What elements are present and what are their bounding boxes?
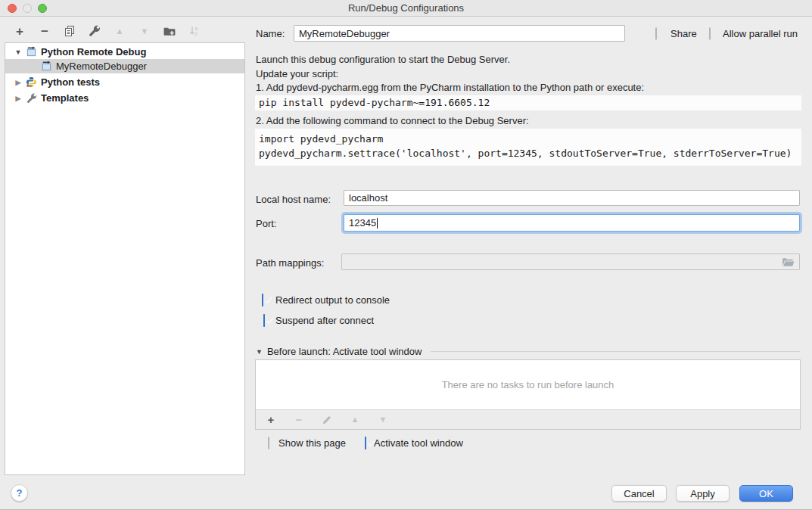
suspend-after-connect-label: Suspend after connect — [275, 315, 374, 326]
ok-button[interactable]: OK — [739, 485, 793, 502]
sort-configurations-button[interactable]: a z — [187, 23, 202, 39]
before-launch-title: Before launch: Activate tool window — [267, 346, 422, 357]
chevron-down-icon[interactable]: ▼ — [14, 48, 22, 56]
port-input[interactable]: 12345 — [344, 214, 800, 232]
tree-item-python-tests[interactable]: ▶ Python tests — [5, 75, 244, 89]
path-mappings-label: Path mappings: — [256, 257, 324, 269]
chevron-right-icon[interactable]: ▶ — [14, 95, 22, 102]
pip-install-code: pip install pydevd-pycharm~=191.6605.12 — [255, 95, 801, 110]
move-up-button[interactable]: ▲ — [112, 23, 127, 39]
question-mark-icon: ? — [17, 487, 23, 499]
sort-alphabetically-icon: a z — [188, 25, 201, 37]
redirect-output-label: Redirect output to console — [275, 294, 390, 306]
name-label: Name: — [256, 28, 285, 39]
add-configuration-button[interactable]: + — [12, 23, 27, 39]
settrace-code: import pydevd_pycharm pydevd_pycharm.set… — [255, 129, 801, 166]
add-icon: + — [268, 414, 275, 425]
tree-item-label: Templates — [41, 92, 89, 104]
suspend-after-connect-checkbox[interactable] — [263, 314, 265, 327]
new-folder-button[interactable] — [162, 23, 177, 39]
templates-wrench-icon — [26, 92, 37, 104]
instruction-step-2: 2. Add the following command to connect … — [256, 115, 529, 126]
remove-icon: − — [296, 414, 303, 425]
tree-item-templates[interactable]: ▶ Templates — [5, 91, 244, 105]
move-up-icon: ▲ — [116, 27, 124, 36]
window-title: Run/Debug Configurations — [0, 0, 812, 17]
svg-text:a: a — [195, 26, 198, 31]
edit-task-button[interactable] — [319, 412, 334, 428]
task-toolbar: + − ▲ ▼ — [256, 409, 800, 429]
text-caret — [377, 218, 378, 229]
activate-tool-window-label: Activate tool window — [374, 437, 463, 449]
remove-task-button[interactable]: − — [291, 412, 306, 428]
python-tests-icon — [26, 76, 37, 88]
settrace-code-line-2: pydevd_pycharm.settrace('localhost', por… — [259, 147, 801, 161]
add-task-button[interactable]: + — [263, 412, 278, 428]
task-list: There are no tasks to run before launch — [256, 360, 800, 409]
move-task-up-button[interactable]: ▲ — [347, 412, 362, 428]
move-task-down-button[interactable]: ▼ — [375, 412, 390, 428]
run-debug-configurations-dialog: Run/Debug Configurations + − ▲ ▼ — [0, 0, 812, 510]
copy-configuration-button[interactable] — [62, 23, 77, 39]
before-launch-task-panel: There are no tasks to run before launch … — [255, 359, 801, 430]
tree-item-python-remote-debug[interactable]: ▼ Python Remote Debug — [5, 45, 244, 59]
settrace-code-line-1: import pydevd_pycharm — [259, 132, 801, 147]
local-host-name-label: Local host name: — [256, 194, 331, 205]
svg-text:z: z — [195, 31, 198, 36]
activate-tool-window-checkbox[interactable] — [365, 437, 366, 449]
tree-item-label: Python Remote Debug — [41, 46, 146, 58]
remote-debug-icon — [26, 46, 37, 58]
allow-parallel-run-checkbox[interactable] — [709, 27, 711, 40]
instruction-line-2: Update your script: — [256, 68, 338, 79]
section-divider — [431, 351, 800, 352]
chevron-right-icon[interactable]: ▶ — [14, 79, 22, 86]
allow-parallel-run-label: Allow parallel run — [723, 28, 798, 39]
before-launch-header[interactable]: ▼ Before launch: Activate tool window — [256, 346, 800, 357]
browse-folder-icon[interactable] — [782, 257, 795, 268]
help-button[interactable]: ? — [11, 484, 28, 502]
wrench-icon — [89, 25, 101, 37]
instruction-step-1: 1. Add pydevd-pycharm.egg from the PyCha… — [256, 82, 644, 93]
path-mappings-input[interactable] — [341, 253, 800, 270]
share-checkbox[interactable] — [655, 27, 657, 40]
remove-icon: − — [41, 25, 48, 38]
port-label: Port: — [256, 218, 276, 229]
edit-templates-button[interactable] — [87, 23, 102, 39]
add-icon: + — [16, 25, 23, 38]
tree-item-label: Python tests — [41, 76, 100, 88]
redirect-output-checkbox[interactable] — [262, 294, 263, 306]
show-this-page-label: Show this page — [278, 437, 346, 449]
name-input[interactable] — [294, 25, 625, 42]
show-this-page-checkbox[interactable] — [268, 437, 269, 449]
remote-debug-icon — [41, 61, 52, 72]
copy-icon — [64, 25, 76, 37]
apply-button[interactable]: Apply — [676, 485, 730, 502]
move-up-icon: ▲ — [351, 415, 359, 424]
move-down-button[interactable]: ▼ — [137, 23, 152, 39]
pencil-icon — [322, 415, 332, 425]
titlebar: Run/Debug Configurations — [0, 0, 812, 17]
local-host-name-input[interactable] — [344, 190, 800, 206]
remove-configuration-button[interactable]: − — [37, 23, 52, 39]
move-down-icon: ▼ — [379, 415, 387, 424]
empty-task-list-message: There are no tasks to run before launch — [442, 379, 614, 390]
configurations-tree: ▼ Python Remote Debug — [5, 42, 245, 475]
new-folder-icon — [163, 25, 176, 38]
port-value: 12345 — [349, 217, 376, 229]
tree-item-label: MyRemoteDebugger — [56, 61, 147, 72]
cancel-button[interactable]: Cancel — [611, 485, 667, 502]
share-label: Share — [670, 28, 697, 39]
instruction-line-1: Launch this debug configuration to start… — [256, 54, 510, 65]
configurations-toolbar: + − ▲ ▼ a z — [12, 23, 202, 39]
tree-item-myremotedebugger[interactable]: MyRemoteDebugger — [5, 59, 244, 73]
chevron-down-icon[interactable]: ▼ — [256, 348, 263, 356]
move-down-icon: ▼ — [141, 27, 149, 36]
